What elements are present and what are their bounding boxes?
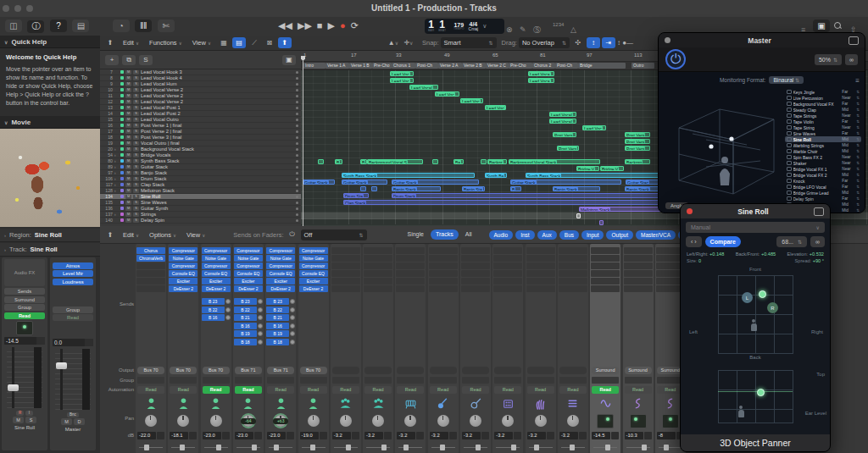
track-on-icon[interactable] — [296, 142, 298, 145]
empty-plugin-slot[interactable] — [624, 262, 653, 269]
object-row[interactable]: Steady ClapMid⇅ — [785, 107, 861, 113]
pan-control[interactable] — [428, 412, 459, 430]
region[interactable]: Banjo Sta — [462, 186, 485, 191]
fader-handle[interactable] — [8, 384, 19, 391]
output-select[interactable] — [332, 367, 359, 374]
edit-menu[interactable]: Edit ∨ — [119, 39, 143, 47]
empty-plugin-slot[interactable] — [364, 278, 392, 285]
automation-read-button[interactable]: Read — [527, 386, 554, 394]
group-slot[interactable] — [625, 377, 652, 384]
mixer-channel-strip[interactable]: ChorusChromaVerbBus 70Read-22.0 — [136, 244, 166, 453]
mute-button[interactable]: M — [125, 135, 131, 140]
track-header-row[interactable]: 97›MSBanjo Stack — [100, 170, 301, 176]
mute-button[interactable]: M — [61, 418, 72, 425]
volume-value[interactable]: -18.1 — [170, 432, 197, 439]
empty-send-slot[interactable] — [624, 298, 653, 305]
empty-send-slot[interactable] — [136, 307, 165, 313]
vertical-auto-zoom-icon[interactable]: ↕ — [587, 37, 600, 48]
fader-top[interactable] — [366, 444, 390, 452]
volume-value[interactable]: -23.0 — [203, 432, 230, 439]
send-slot[interactable]: B 23 — [202, 298, 231, 305]
solo-button[interactable]: S — [133, 177, 139, 181]
solo-button[interactable]: S — [133, 82, 139, 86]
empty-send-slot[interactable] — [331, 307, 360, 313]
empty-send-slot[interactable] — [429, 314, 458, 321]
empty-plugin-slot[interactable] — [136, 278, 165, 285]
empty-send-slot[interactable] — [364, 323, 392, 329]
pan-knob[interactable] — [535, 415, 547, 427]
group-slot[interactable] — [592, 377, 619, 384]
object-row[interactable]: Tape StringNear⇅ — [785, 124, 861, 130]
mute-button[interactable]: M — [125, 88, 131, 92]
solo-button[interactable]: S — [133, 165, 139, 169]
arrangement-marker[interactable]: Verse 1 B — [349, 63, 372, 69]
track-header-row[interactable]: 15MSLead Vocal Outro — [100, 117, 301, 123]
audio-fx-slot[interactable]: Audio FX — [4, 259, 45, 286]
empty-plugin-slot[interactable] — [364, 285, 392, 292]
empty-plugin-slot[interactable] — [364, 255, 392, 262]
track-header-row[interactable]: 54›MSBridge Vocals — [100, 152, 301, 158]
empty-plugin-slot[interactable] — [331, 285, 360, 292]
pan-control[interactable]: -64 — [233, 412, 264, 430]
fader-top[interactable] — [269, 444, 292, 452]
output-select[interactable]: Bus 70 — [137, 367, 164, 374]
mixer-channel-strip[interactable]: CompressorNoise GateCompressorConsole EQ… — [265, 244, 296, 453]
drag-select[interactable]: No Overlap⇅ — [519, 37, 570, 48]
solo-button[interactable]: S — [133, 130, 139, 134]
track-header-row[interactable]: 7MSLead Vocal Hook 3 — [100, 69, 301, 75]
region[interactable] — [576, 213, 581, 218]
send-knob[interactable] — [290, 331, 295, 336]
mute-button[interactable]: M — [125, 201, 131, 205]
empty-plugin-slot[interactable] — [591, 247, 620, 254]
empty-plugin-slot[interactable] — [624, 247, 653, 254]
volume-value[interactable]: -3.2 — [364, 432, 392, 439]
automation-read-button[interactable]: Read — [53, 314, 93, 321]
empty-send-slot[interactable] — [429, 330, 458, 337]
mixer-channel-strip[interactable]: Read-3.2 — [363, 244, 393, 453]
send-slot[interactable]: B 16 — [266, 323, 295, 329]
pan-knob[interactable] — [372, 415, 384, 427]
empty-plugin-slot[interactable] — [396, 285, 425, 292]
empty-send-slot[interactable] — [396, 307, 425, 313]
arrangement-marker[interactable]: Verse 1 A — [326, 63, 349, 69]
snap-select[interactable]: Smart⇅ — [441, 37, 497, 48]
track-header-row[interactable]: 17MSPost Verse 2 | final — [100, 129, 301, 135]
fader-top[interactable] — [171, 444, 195, 452]
output-select[interactable] — [430, 367, 457, 374]
track-header-row[interactable]: 128›MSMellotron Stack — [100, 188, 301, 194]
send-slot[interactable]: B 19 — [266, 330, 295, 337]
mixer-channel-strip[interactable]: CompressorNoise GateCompressorConsole EQ… — [233, 244, 264, 453]
output-select[interactable]: Bus 70 — [203, 367, 230, 374]
mixer-icon[interactable]: ‖‖ — [135, 19, 152, 32]
plugin-slot[interactable]: DeEsser 2 — [202, 285, 231, 292]
solo-button[interactable]: S — [133, 195, 139, 199]
track-view-icon[interactable]: ▤ — [232, 37, 246, 48]
plugin-slot[interactable]: DeEsser 2 — [299, 285, 328, 292]
solo-button[interactable]: S — [133, 124, 139, 128]
view-menu[interactable]: View ∨ — [188, 39, 215, 47]
send-slot[interactable]: B 22 — [234, 307, 263, 313]
automation-read-button[interactable]: Read — [137, 386, 164, 394]
link-icon[interactable]: ∞ — [845, 54, 858, 65]
track-on-icon[interactable] — [296, 190, 298, 192]
empty-send-slot[interactable] — [559, 307, 587, 313]
filter-mastervca[interactable]: Master/VCA — [636, 230, 676, 240]
send-knob[interactable] — [225, 299, 231, 304]
region[interactable]: Banjo Stack — [553, 186, 600, 191]
send-slot[interactable]: B 23 — [266, 298, 295, 305]
empty-send-slot[interactable] — [526, 330, 555, 337]
object-stepper-icon[interactable]: ⇅ — [856, 185, 860, 189]
empty-send-slot[interactable] — [624, 323, 653, 329]
empty-send-slot[interactable] — [493, 298, 522, 305]
region[interactable]: Bridge V — [600, 166, 624, 171]
empty-send-slot[interactable] — [624, 330, 653, 337]
solo-button[interactable]: S — [25, 417, 36, 423]
pan-control[interactable] — [623, 412, 654, 430]
arrangement-marker[interactable]: Pre-Cho — [509, 63, 532, 69]
empty-plugin-slot[interactable] — [396, 255, 425, 262]
mute-button[interactable]: M — [125, 112, 131, 116]
empty-send-slot[interactable] — [461, 323, 490, 329]
filter-input[interactable]: Input — [581, 230, 604, 240]
editors-icon[interactable]: ✄ — [158, 19, 175, 32]
output-select[interactable]: Bus 71 — [235, 367, 262, 374]
